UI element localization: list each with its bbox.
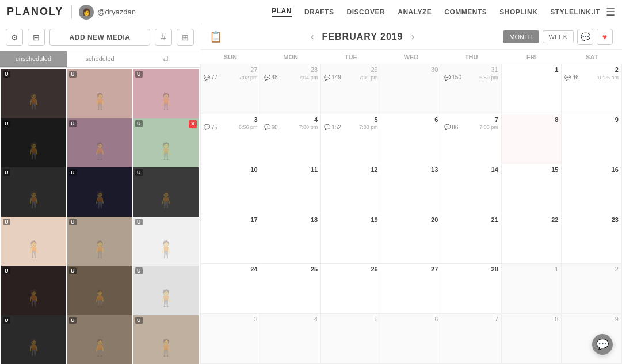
- calendar-cell[interactable]: 21: [441, 214, 502, 265]
- nav-shoplink[interactable]: SHOPLINK: [499, 8, 537, 16]
- calendar-cell[interactable]: 9: [562, 314, 622, 364]
- calendar-cell[interactable]: 7💬867:05 pm: [441, 114, 502, 164]
- calendar-cell[interactable]: 19: [321, 214, 381, 265]
- cell-date: 10: [204, 166, 258, 173]
- cell-date: 26: [324, 266, 378, 273]
- nav-analyze[interactable]: ANALYZE: [398, 8, 432, 16]
- comment-count: 48: [272, 74, 278, 81]
- calendar-cell[interactable]: 23: [562, 214, 622, 265]
- upload-badge: U: [135, 120, 143, 127]
- cell-date: 16: [564, 166, 619, 173]
- calendar-area: 📋 ‹ FEBRUARY 2019 › MONTH WEEK 💬 ♥ SUNMO…: [200, 24, 622, 364]
- hashtag-button[interactable]: #: [155, 29, 172, 46]
- media-grid-item[interactable]: 🧍U: [133, 315, 199, 365]
- upload-badge: U: [69, 219, 77, 225]
- heart-filter-button[interactable]: ♥: [597, 29, 613, 45]
- chat-filter-button[interactable]: 💬: [577, 29, 593, 45]
- cell-date: 28: [444, 266, 498, 273]
- calendar-cell[interactable]: 4💬607:00 pm: [261, 114, 322, 164]
- calendar-cell[interactable]: 14: [441, 164, 502, 214]
- calendar-cell[interactable]: 6: [381, 114, 442, 164]
- calendar-cell[interactable]: 30: [381, 64, 442, 114]
- calendar-cell[interactable]: 1: [502, 64, 562, 114]
- cell-date: 3: [204, 316, 258, 323]
- calendar-cell[interactable]: 24: [201, 264, 261, 314]
- hamburger-menu[interactable]: ☰: [606, 6, 615, 18]
- cell-date: 19: [324, 216, 378, 223]
- post-time: 6:59 pm: [479, 75, 498, 81]
- week-view-button[interactable]: WEEK: [543, 30, 574, 43]
- calendar-cell[interactable]: 31💬1506:59 pm: [441, 64, 502, 114]
- month-view-button[interactable]: MONTH: [503, 30, 539, 43]
- calendar-cell[interactable]: 27💬777:02 pm: [201, 64, 261, 114]
- calendar-cell[interactable]: 3💬756:56 pm: [201, 114, 261, 164]
- cell-date: 25: [264, 266, 318, 273]
- cell-date: 15: [505, 166, 559, 173]
- calendar-cell[interactable]: 26: [321, 264, 381, 314]
- grid-view-button[interactable]: ⊞: [177, 29, 194, 46]
- calendar-cell[interactable]: 9: [562, 114, 622, 164]
- upload-badge: U: [135, 169, 143, 176]
- calendar-cell[interactable]: 2💬4610:25 am: [562, 64, 622, 114]
- comment-icon: 💬: [264, 124, 270, 130]
- tab-all[interactable]: all: [133, 51, 200, 67]
- calendar-cell[interactable]: 15: [502, 164, 562, 214]
- chat-widget[interactable]: 💬: [592, 334, 613, 355]
- calendar-cell[interactable]: 5: [321, 314, 381, 364]
- avatar: 👩: [79, 5, 94, 20]
- calendar-cell[interactable]: 16: [562, 164, 622, 214]
- day-header: THU: [441, 50, 502, 64]
- upload-badge: U: [69, 120, 77, 127]
- nav-drafts[interactable]: DRAFTS: [304, 8, 334, 16]
- next-month-button[interactable]: ›: [411, 32, 414, 42]
- cell-date: 17: [204, 216, 258, 223]
- settings-icon-btn[interactable]: ⚙: [6, 29, 23, 46]
- cell-date: 11: [264, 166, 318, 173]
- nav-discover[interactable]: DISCOVER: [347, 8, 386, 16]
- tab-unscheduled[interactable]: unscheduled: [0, 51, 67, 67]
- day-header: TUE: [320, 50, 381, 64]
- calendar-cell[interactable]: 8: [502, 114, 562, 164]
- cell-date: 2: [564, 266, 619, 273]
- post-indicator: 💬1497:01 pm: [324, 74, 378, 81]
- calendar-cell[interactable]: 22: [502, 214, 562, 265]
- calendar-cell[interactable]: 5💬1527:03 pm: [321, 114, 381, 164]
- calendar-cell[interactable]: 17: [201, 214, 261, 265]
- post-indicator: 💬756:56 pm: [204, 124, 258, 131]
- calendar-cell[interactable]: 28: [441, 264, 502, 314]
- calendar-cell[interactable]: 29💬1497:01 pm: [321, 64, 381, 114]
- calendar-cell[interactable]: 20: [381, 214, 442, 265]
- calendar-cell[interactable]: 27: [381, 264, 442, 314]
- calendar-cell[interactable]: 11: [261, 164, 322, 214]
- calendar-cell[interactable]: 7: [441, 314, 502, 364]
- calendar-cell[interactable]: 10: [201, 164, 261, 214]
- calendar-cell[interactable]: 6: [381, 314, 442, 364]
- calendar-cell[interactable]: 1: [502, 264, 562, 314]
- calendar-cell[interactable]: 25: [261, 264, 322, 314]
- cell-date: 8: [505, 316, 559, 323]
- calendar-cell[interactable]: 2: [562, 264, 622, 314]
- tab-scheduled[interactable]: scheduled: [67, 51, 133, 67]
- media-grid-item[interactable]: 🧍U: [67, 315, 132, 365]
- cell-date: 12: [324, 166, 378, 173]
- nav-comments[interactable]: COMMENTS: [444, 8, 487, 16]
- calendar-cell[interactable]: 4: [261, 314, 322, 364]
- remove-media-button[interactable]: ✕: [189, 120, 197, 128]
- calendar-cell[interactable]: 13: [381, 164, 442, 214]
- calendar-cell[interactable]: 28💬487:04 pm: [261, 64, 322, 114]
- layout-icon-btn[interactable]: ⊟: [28, 29, 45, 46]
- calendar-cell[interactable]: 8: [502, 314, 562, 364]
- cell-date: 5: [324, 116, 378, 123]
- logo: PLANOLY: [7, 6, 63, 18]
- calendar-cell[interactable]: 18: [261, 214, 322, 265]
- media-grid-item[interactable]: 🧍U: [1, 315, 66, 365]
- view-toggle: MONTH WEEK 💬 ♥: [503, 29, 613, 45]
- nav-plan[interactable]: PLAN: [272, 7, 292, 17]
- calendar-cell[interactable]: 3: [201, 314, 261, 364]
- cell-date: 7: [444, 116, 498, 123]
- add-media-button[interactable]: ADD NEW MEDIA: [49, 29, 150, 46]
- calendar-cell[interactable]: 12: [321, 164, 381, 214]
- prev-month-button[interactable]: ‹: [311, 32, 314, 42]
- cell-date: 2: [564, 66, 619, 73]
- nav-stylelink[interactable]: STYLELINK.IT: [550, 8, 600, 16]
